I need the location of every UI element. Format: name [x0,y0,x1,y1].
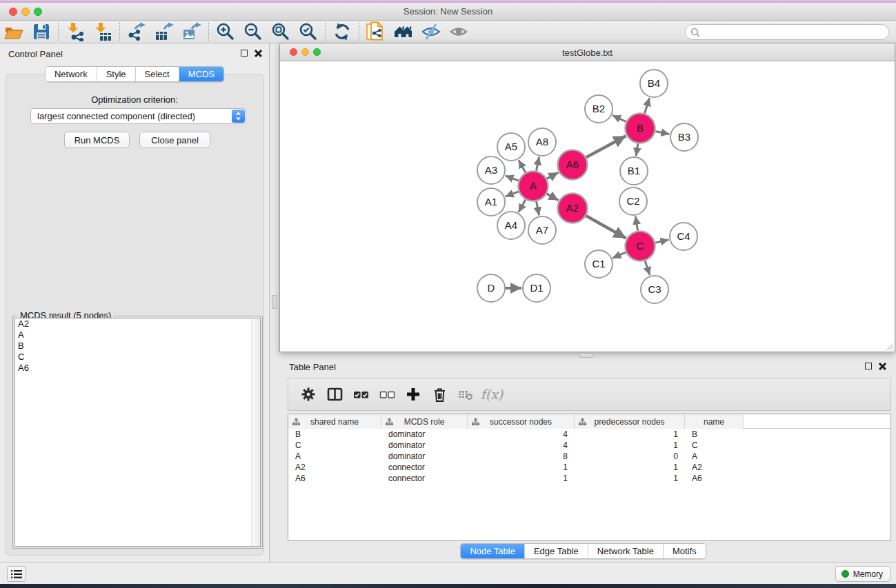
edge-B-B1[interactable] [636,143,638,156]
splitter-handle-vertical[interactable] [272,295,277,309]
tab-edge-table[interactable]: Edge Table [525,544,588,558]
edge-A-A5[interactable] [519,160,526,172]
network-from-file-button[interactable] [362,21,390,42]
column-header-predecessor-nodes[interactable]: predecessor nodes [575,414,685,429]
edge-A-A7[interactable] [537,201,539,215]
deselect-all-button[interactable] [374,381,400,408]
edge-A6-B[interactable] [586,136,626,157]
desktop-background-bottom [0,584,896,588]
run-mcds-button[interactable]: Run MCDS [64,132,130,148]
hide-selected-button[interactable] [417,21,445,42]
node-label-C3: C3 [648,283,661,295]
edge-A-A2[interactable] [547,194,559,201]
mcds-result-item[interactable]: B [15,341,260,352]
criterion-dropdown[interactable]: largest connected component (directed) [30,108,246,124]
search-field[interactable] [685,24,889,40]
tab-network-table[interactable]: Network Table [588,544,664,558]
export-network-button[interactable] [123,21,150,42]
app-window: Session: New Session [0,0,896,588]
scrollbar-track[interactable] [251,318,260,546]
tab-mcds[interactable]: MCDS [179,67,223,81]
tab-select[interactable]: Select [136,67,179,81]
show-all-button[interactable] [445,21,472,42]
search-input[interactable] [700,26,888,39]
save-session-button[interactable] [28,21,55,42]
tab-style[interactable]: Style [97,67,136,81]
table-cell: C [685,440,744,450]
home-button[interactable] [390,21,417,42]
tab-node-table[interactable]: Node Table [461,544,525,558]
node-label-A3: A3 [485,164,497,176]
delete-column-button[interactable] [426,381,452,408]
close-panel-icon[interactable] [255,49,262,57]
function-builder-button[interactable]: f(x) [479,381,505,408]
column-header-name[interactable]: name [685,414,744,429]
mcds-result-item[interactable]: A2 [15,318,260,330]
float-panel-icon[interactable] [241,50,248,57]
resize-grip-icon[interactable] [885,342,894,351]
edge-A2-C[interactable] [586,216,626,239]
zoom-selected-button[interactable] [295,21,322,42]
home-icon [394,23,413,41]
table-cell: A2 [288,463,381,472]
select-all-button[interactable] [348,381,374,408]
mcds-result-item[interactable]: A6 [15,363,260,374]
column-header-mcds-role[interactable]: MCDS role [381,414,468,429]
edge-B-B3[interactable] [655,132,669,134]
edge-C-C3[interactable] [645,261,650,275]
table-cell: 4 [468,429,575,439]
mcds-result-item[interactable]: C [15,352,260,363]
open-session-button[interactable] [0,21,28,42]
close-panel-icon[interactable] [879,362,886,369]
column-header-shared-name[interactable]: shared name [288,414,381,429]
edge-C-C1[interactable] [613,252,626,258]
refresh-button[interactable] [328,21,356,42]
network-graph[interactable]: AA1A2A3A4A5A6A7A8BB1B2B3B4CC1C2C3C4DD1 [280,61,895,352]
edge-B-B4[interactable] [645,98,650,114]
network-canvas[interactable]: AA1A2A3A4A5A6A7A8BB1B2B3B4CC1C2C3C4DD1 [280,61,895,352]
mcds-result-item[interactable]: A [15,330,260,341]
edge-A-A3[interactable] [506,176,519,181]
status-bar: Memory [0,562,896,584]
node-table[interactable]: shared nameMCDS rolesuccessor nodesprede… [288,414,891,541]
search-icon [690,28,700,37]
task-history-button[interactable] [7,566,26,582]
table-row[interactable]: Bdominator41B [288,429,890,440]
edge-A-A4[interactable] [519,200,526,212]
import-network-button[interactable] [61,21,89,42]
edge-C-C2[interactable] [635,216,637,231]
node-label-B1: B1 [628,165,640,176]
column-header-successor-nodes[interactable]: successor nodes [468,414,575,429]
float-panel-icon[interactable] [865,363,872,369]
zoom-out-button[interactable] [239,21,267,42]
edge-A-A8[interactable] [537,157,539,171]
export-table-button[interactable] [150,21,178,42]
table-row[interactable]: A2connector11A2 [288,462,890,473]
edge-A-A1[interactable] [506,192,519,196]
table-row[interactable]: Adominator80A [288,451,890,462]
network-window-titlebar[interactable]: testGlobe.txt [280,43,895,61]
delete-table-button[interactable] [452,381,479,408]
table-settings-button[interactable] [295,381,321,408]
memory-button[interactable]: Memory [835,566,890,582]
column-header-label: shared name [310,417,359,427]
table-cell: 8 [468,452,575,461]
control-panel-title: Control Panel [8,49,63,59]
create-column-button[interactable] [400,381,426,408]
node-label-C4: C4 [677,230,690,242]
mcds-result-list[interactable]: A2ABCA6 [14,318,261,547]
tab-motifs[interactable]: Motifs [664,544,706,558]
table-row[interactable]: A6connector11A6 [288,473,890,484]
control-panel: Control Panel NetworkStyleSelectMCDS Opt… [0,43,270,562]
export-image-button[interactable] [178,21,206,42]
zoom-in-button[interactable] [212,21,239,42]
edge-A-A6[interactable] [547,172,559,179]
edge-C-C4[interactable] [655,240,669,243]
import-table-button[interactable] [89,21,117,42]
tab-network[interactable]: Network [46,67,97,81]
close-panel-button[interactable]: Close panel [139,132,210,148]
zoom-fit-button[interactable] [267,21,295,42]
table-row[interactable]: Cdominator41C [288,440,890,451]
show-columns-button[interactable] [321,381,348,408]
edge-B-B2[interactable] [613,115,626,121]
